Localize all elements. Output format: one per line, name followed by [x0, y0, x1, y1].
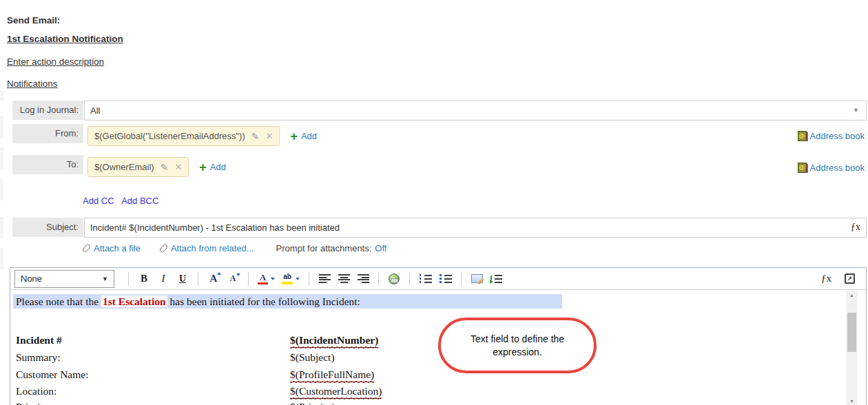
align-right-icon — [358, 274, 369, 283]
editor-scrollbar[interactable]: ▲ ▼ — [846, 291, 858, 405]
unordered-list-icon — [439, 274, 452, 284]
caret-down-icon — [296, 278, 300, 280]
font-color-button[interactable]: A — [258, 271, 275, 287]
fx-expression-icon[interactable]: ƒx — [821, 273, 831, 284]
notice-suffix: has been initiated for the following Inc… — [167, 295, 360, 307]
scroll-down-icon[interactable]: ▼ — [846, 398, 858, 405]
body-row-incident: Incident #$(IncidentNumber) — [16, 333, 838, 347]
subject-input[interactable] — [84, 218, 867, 238]
to-add-button[interactable]: + Add — [199, 161, 226, 174]
remove-close-icon[interactable]: ✕ — [266, 131, 273, 141]
toolbar-separator — [409, 272, 410, 286]
to-recipient-row: $(OwnerEmail) ✎ ✕ + Add — [87, 157, 226, 177]
body-row-customer-name: Customer Name:$(ProfileFullName) — [16, 367, 838, 382]
attachments-row: Attach a file Attach from related... Pro… — [84, 243, 386, 253]
bold-button[interactable]: B — [138, 271, 150, 287]
scroll-up-icon[interactable]: ▲ — [846, 292, 858, 299]
annotation-text: Text field to define the expression. — [459, 333, 575, 357]
cc-bcc-links: Add CC Add BCC — [83, 196, 158, 206]
prompt-for-attachments-toggle[interactable]: Off — [375, 243, 386, 253]
attach-from-related-link[interactable]: Attach from related... — [171, 243, 254, 253]
attach-a-file-link[interactable]: Attach a file — [94, 243, 141, 253]
insert-field-icon — [490, 274, 502, 284]
decrease-font-size-button[interactable]: A — [227, 271, 239, 287]
field-token: $(ProfileFullName) — [290, 367, 374, 382]
ordered-list-button[interactable] — [419, 271, 432, 287]
to-address-book-link[interactable]: @ Address book — [798, 163, 865, 173]
prompt-for-attachments-label: Prompt for attachments: — [276, 243, 372, 253]
left-edge-artifact — [0, 179, 3, 200]
body-row-location: Location:$(CustomerLocation) — [16, 384, 838, 398]
plus-icon: + — [199, 161, 207, 174]
from-add-label: Add — [301, 131, 317, 141]
from-label: From: — [12, 124, 83, 143]
send-email-action-panel: Send Email: 1st Escalation Notification … — [0, 0, 868, 405]
notice-prefix: Please note that the — [16, 295, 101, 307]
align-left-button[interactable] — [318, 271, 331, 287]
plus-icon: + — [290, 130, 298, 143]
caret-down-icon — [236, 273, 240, 276]
field-token: $(IncidentNumber) — [290, 333, 378, 348]
unordered-list-button[interactable] — [439, 271, 452, 287]
increase-font-size-button[interactable]: A — [207, 271, 220, 287]
highlight-color-button[interactable]: ab — [282, 271, 300, 287]
to-address-chip-text: $(OwnerEmail) — [94, 162, 154, 172]
caret-down-icon — [271, 278, 275, 280]
editor-toolbar: None ▼ B I U A A A ab — [10, 268, 866, 290]
insert-link-button[interactable] — [388, 271, 400, 287]
email-body-editor: None ▼ B I U A A A ab — [10, 267, 867, 405]
from-address-book-link[interactable]: @ Address book — [798, 131, 865, 141]
expand-editor-icon[interactable]: ↗ — [845, 273, 855, 284]
log-in-journal-select[interactable]: All ▼ — [84, 101, 867, 121]
edit-pencil-icon[interactable]: ✎ — [251, 131, 260, 142]
font-color-swatch — [258, 282, 268, 284]
insert-image-button[interactable] — [471, 271, 483, 287]
field-token: $(Priority) — [290, 399, 335, 405]
to-address-chip[interactable]: $(OwnerEmail) ✎ ✕ — [87, 157, 189, 177]
underline-button[interactable]: U — [176, 271, 189, 287]
body-row-summary: Summary:$(Subject) — [16, 350, 838, 364]
remove-close-icon[interactable]: ✕ — [174, 162, 182, 172]
from-add-button[interactable]: + Add — [290, 130, 317, 143]
chevron-down-icon: ▼ — [102, 276, 108, 282]
log-in-journal-label: Log in Journal: — [12, 101, 83, 120]
toolbar-separator — [248, 272, 249, 286]
insert-image-icon — [471, 274, 483, 283]
address-book-icon: @ — [798, 131, 807, 141]
add-cc-link[interactable]: Add CC — [83, 196, 114, 206]
notice-line: Please note that the 1st Escalation has … — [13, 294, 562, 309]
align-right-button[interactable] — [357, 271, 369, 287]
toolbar-separator — [128, 272, 129, 286]
field-token: $(CustomerLocation) — [290, 384, 382, 399]
notification-name-link[interactable]: 1st Escalation Notification — [7, 34, 123, 44]
edit-pencil-icon[interactable]: ✎ — [161, 162, 169, 173]
from-recipient-row: $(GetGlobal("ListenerEmailAddress")) ✎ ✕… — [87, 126, 317, 146]
field-token: $(Subject) — [290, 350, 335, 364]
toolbar-separator — [461, 272, 462, 286]
left-edge-artifact — [0, 217, 3, 238]
subject-field-wrap: ƒx — [84, 218, 867, 238]
caret-up-icon — [217, 272, 221, 275]
action-description-link[interactable]: Enter action description — [7, 56, 104, 67]
insert-field-button[interactable] — [490, 271, 502, 287]
from-address-chip[interactable]: $(GetGlobal("ListenerEmailAddress")) ✎ ✕ — [87, 126, 280, 146]
paperclip-icon — [159, 243, 169, 253]
toolbar-separator — [309, 272, 309, 286]
address-book-icon: @ — [798, 163, 807, 173]
to-add-label: Add — [210, 162, 226, 172]
notifications-link[interactable]: Notifications — [7, 79, 58, 89]
scrollbar-thumb[interactable] — [847, 313, 856, 352]
align-center-button[interactable] — [338, 271, 350, 287]
add-bcc-link[interactable]: Add BCC — [121, 196, 158, 206]
toolbar-right-group: ƒx ↗ — [821, 273, 855, 284]
annotation-callout: Text field to define the expression. — [438, 318, 597, 373]
to-label: To: — [12, 155, 83, 174]
fx-expression-icon[interactable]: ƒx — [851, 222, 860, 233]
paperclip-icon — [82, 243, 92, 253]
align-left-icon — [319, 274, 331, 283]
toolbar-separator — [378, 272, 379, 286]
subject-label: Subject: — [12, 218, 83, 237]
italic-button[interactable]: I — [157, 271, 169, 287]
paragraph-style-dropdown[interactable]: None ▼ — [14, 270, 114, 288]
toolbar-separator — [198, 272, 198, 286]
